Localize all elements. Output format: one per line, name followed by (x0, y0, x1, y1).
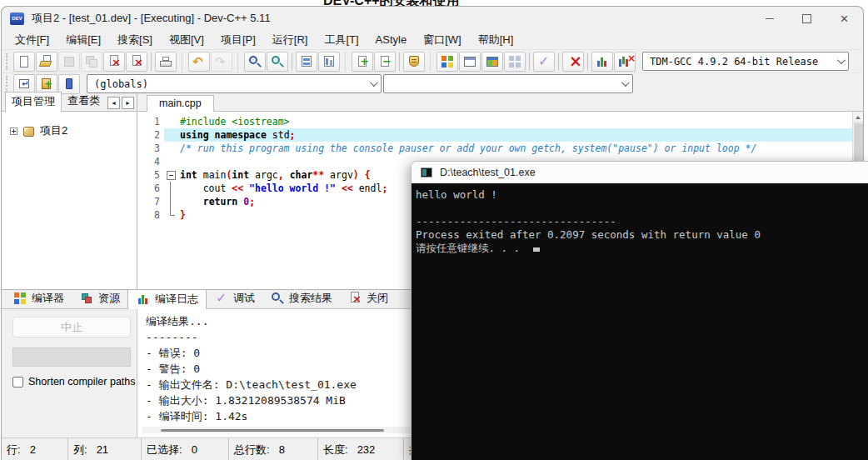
project-new-button[interactable] (13, 74, 35, 94)
code-text: /* run this program using the console pa… (177, 142, 756, 155)
goto-function-button[interactable] (318, 52, 340, 72)
astyle-button[interactable] (403, 52, 425, 72)
console-line (416, 202, 864, 215)
menu-item[interactable]: 帮助[H] (470, 31, 522, 49)
window-title: 项目2 - [test_01.dev] - [Executing] - Dev-… (32, 11, 271, 26)
undo-button[interactable] (188, 52, 210, 72)
print-button[interactable] (155, 52, 177, 72)
bottom-tab[interactable]: 调试 (207, 289, 262, 308)
code-token: "hello world !" (249, 182, 336, 194)
line-number: 1 (137, 115, 164, 128)
project-folder-icon (22, 125, 35, 138)
project-panel-tab[interactable]: 项目管理 (5, 92, 62, 112)
debug-button[interactable] (533, 52, 555, 72)
project-add-button[interactable] (36, 74, 57, 94)
fold-marker-icon (164, 168, 177, 182)
code-line[interactable]: 1#include <iostream> (137, 115, 863, 128)
globals-select[interactable]: (globals) (87, 74, 382, 93)
console-titlebar[interactable]: D:\teach\test_01.exe (412, 162, 868, 183)
compile-log-icon (136, 292, 151, 307)
bottom-tab-label: 编译器 (32, 291, 64, 306)
close-all-icon (129, 54, 144, 69)
project-remove-button[interactable] (58, 74, 80, 94)
code-token: ; (249, 196, 255, 208)
menu-item[interactable]: 搜索[S] (109, 31, 161, 49)
code-token: std (267, 129, 290, 141)
tree-node-project[interactable]: 项目2 (10, 123, 137, 138)
compiler-select[interactable]: TDM-GCC 4.9.2 64-bit Release (642, 52, 849, 71)
code-line[interactable]: 3/* run this program using the console p… (137, 142, 863, 155)
new-source-button[interactable] (13, 52, 35, 72)
goto-line-button[interactable] (296, 52, 317, 72)
scrollbar-thumb[interactable] (161, 429, 384, 432)
profile-button[interactable] (591, 52, 613, 72)
code-token: argv (324, 169, 353, 181)
save-button[interactable] (58, 52, 80, 72)
bottom-tab[interactable]: 搜索结果 (262, 289, 340, 308)
redo-button[interactable] (211, 52, 232, 72)
toolbar-separator (587, 52, 588, 71)
toolbar-grip (6, 53, 10, 70)
project-add-icon (39, 77, 54, 92)
console-line: Process exited after 0.2097 seconds with… (416, 228, 864, 242)
code-text: return 0; (177, 195, 255, 208)
toolbar-separator (151, 52, 152, 71)
save-all-icon (84, 54, 99, 69)
goto-line-icon (299, 54, 314, 69)
menu-item[interactable]: 工具[T] (316, 31, 367, 49)
toolbar-separator (399, 52, 400, 71)
minimize-button[interactable] (751, 7, 788, 30)
maximize-button[interactable] (788, 7, 826, 30)
project-panel-tab[interactable]: 查看类 (62, 92, 106, 111)
abort-compile-button[interactable]: 中止 (12, 317, 131, 338)
close-all-button[interactable] (126, 52, 147, 72)
rebuild-button[interactable] (504, 52, 526, 72)
delete-profiling-button[interactable] (614, 52, 636, 72)
menu-item[interactable]: 项目[P] (212, 31, 264, 49)
toolbar-separator (558, 52, 559, 71)
run-button[interactable] (459, 52, 481, 72)
code-token: ; (382, 182, 387, 194)
add-watch-button[interactable] (352, 52, 373, 72)
remove-watch-button[interactable] (374, 52, 396, 72)
abort-button[interactable] (562, 52, 584, 72)
compile-run-button[interactable] (481, 52, 503, 72)
members-select[interactable] (383, 74, 633, 93)
tab-scroll-right-button[interactable] (122, 97, 134, 109)
expand-icon[interactable] (10, 128, 17, 135)
print-icon (158, 54, 173, 69)
bottom-tab[interactable]: 关闭 (340, 289, 396, 308)
toolbar-group-gap (430, 52, 432, 72)
code-line[interactable]: 2using namespace std; (137, 128, 863, 142)
compile-button[interactable] (436, 52, 458, 72)
close-button[interactable] (103, 52, 125, 72)
bottom-tab[interactable]: 编译日志 (127, 289, 207, 309)
tab-scroll-left-button[interactable] (107, 97, 120, 109)
menu-item[interactable]: 文件[F] (7, 31, 57, 49)
close-button[interactable] (826, 7, 863, 30)
menu-item[interactable]: 窗口[W] (415, 31, 470, 49)
open-button[interactable] (36, 52, 57, 72)
console-title: D:\teach\test_01.exe (440, 167, 536, 178)
scroll-up-arrow[interactable] (853, 112, 863, 122)
compiler-grid-icon (12, 291, 27, 306)
menu-item[interactable]: 视图[V] (161, 31, 212, 49)
project-remove-icon (62, 77, 77, 92)
editor-tab-main-cpp[interactable]: main.cpp (147, 95, 214, 112)
menu-item[interactable]: AStyle (367, 32, 416, 48)
bottom-tab[interactable]: 编译器 (5, 289, 72, 308)
menu-item[interactable]: 编辑[E] (57, 31, 109, 49)
titlebar[interactable]: DEV 项目2 - [test_01.dev] - [Executing] - … (2, 7, 863, 30)
fold-margin (164, 155, 177, 168)
menu-item[interactable]: 运行[R] (264, 31, 317, 49)
tree-node-label: 项目2 (40, 123, 67, 138)
replace-button[interactable] (267, 52, 288, 72)
find-button[interactable] (244, 52, 266, 72)
bottom-tab[interactable]: 资源 (72, 289, 127, 308)
status-label: 长度: (323, 442, 348, 458)
code-token: { (365, 169, 371, 181)
code-line-body: using namespace std; (164, 128, 863, 142)
save-all-button[interactable] (81, 52, 102, 72)
compile-progress-bar (12, 348, 131, 367)
shorten-paths-checkbox[interactable] (12, 377, 23, 388)
